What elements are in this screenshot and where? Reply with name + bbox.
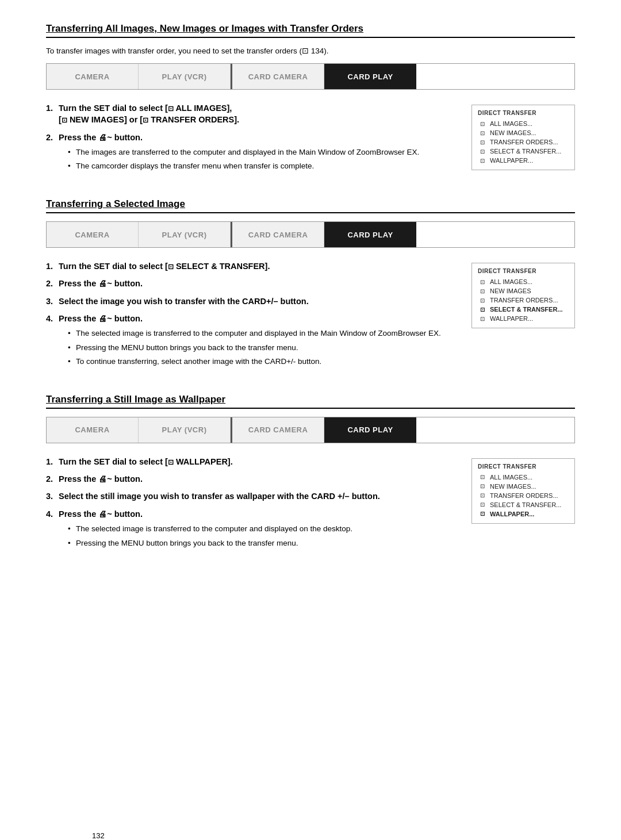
menu-box-2: DIRECT TRANSFER ⊡ ALL IMAGES... ⊡ NEW IM… — [471, 263, 575, 328]
step-3-1: Turn the SET dial to select [⊡ WALLPAPER… — [46, 456, 454, 467]
menu-item-select-transfer-1: ⊡ SELECT & TRANSFER... — [478, 147, 569, 156]
mode-bar-2: CAMERA PLAY (VCR) CARD CAMERA CARD PLAY — [46, 221, 575, 248]
tab-camera-3: CAMERA — [47, 417, 139, 443]
menu-item-wallpaper-3: ⊡ WALLPAPER... — [478, 509, 569, 519]
step-2-4: Press the 🖨~ button. The selected image … — [46, 313, 454, 367]
tab-play-vcr-1: PLAY (VCR) — [139, 64, 231, 89]
menu-title-1: DIRECT TRANSFER — [478, 110, 569, 116]
tab-card-play-3: CARD PLAY — [324, 417, 416, 443]
step-2-3: Select the image you wish to transfer wi… — [46, 296, 454, 307]
tab-card-play-2: CARD PLAY — [324, 222, 416, 247]
menu-box-1: DIRECT TRANSFER ⊡ ALL IMAGES... ⊡ NEW IM… — [471, 105, 575, 170]
menu-item-wallpaper-1: ⊡ WALLPAPER... — [478, 156, 569, 165]
tab-card-camera-1: CARD CAMERA — [232, 64, 324, 89]
bullet-2-4-2: Pressing the MENU button brings you back… — [68, 342, 454, 354]
bullet-3-4-1: The selected image is transferred to the… — [68, 523, 454, 535]
menu-item-all-images-3: ⊡ ALL IMAGES... — [478, 473, 569, 482]
steps-3: Turn the SET dial to select [⊡ WALLPAPER… — [46, 456, 454, 554]
menu-item-new-images-2: ⊡ NEW IMAGES — [478, 286, 569, 296]
tab-camera-1: CAMERA — [47, 64, 139, 89]
section-all-images: Transferring All Images, New Images or I… — [46, 23, 575, 178]
menu-item-select-transfer-3: ⊡ SELECT & TRANSFER... — [478, 500, 569, 509]
section-title-wallpaper: Transferring a Still Image as Wallpaper — [46, 394, 575, 409]
bullet-2-4-1: The selected image is transferred to the… — [68, 328, 454, 339]
step-2-2: Press the 🖨~ button. — [46, 278, 454, 289]
step-3-3: Select the still image you wish to trans… — [46, 490, 454, 502]
menu-item-select-transfer-2: ⊡ SELECT & TRANSFER... — [478, 305, 569, 314]
menu-title-3: DIRECT TRANSFER — [478, 463, 569, 470]
section-intro: To transfer images with transfer order, … — [46, 46, 575, 55]
section-wallpaper: Transferring a Still Image as Wallpaper … — [46, 394, 575, 554]
tab-card-play-1: CARD PLAY — [324, 64, 416, 89]
tab-card-camera-3: CARD CAMERA — [232, 417, 324, 443]
step-1-2: Press the 🖨~ button. The images are tran… — [46, 132, 454, 172]
instructions-2: Turn the SET dial to select [⊡ SELECT & … — [46, 260, 575, 373]
bullet-1-2-2: The camcorder displays the transfer menu… — [68, 160, 454, 172]
instructions-3: Turn the SET dial to select [⊡ WALLPAPER… — [46, 456, 575, 554]
step-1-1: Turn the SET dial to select [⊡ ALL IMAGE… — [46, 102, 454, 126]
menu-box-3: DIRECT TRANSFER ⊡ ALL IMAGES... ⊡ NEW IM… — [471, 458, 575, 524]
page-number: 132 — [92, 831, 105, 840]
step-3-4: Press the 🖨~ button. The selected image … — [46, 508, 454, 549]
menu-item-all-images-1: ⊡ ALL IMAGES... — [478, 119, 569, 128]
menu-item-new-images-3: ⊡ NEW IMAGES... — [478, 482, 569, 491]
menu-item-transfer-orders-1: ⊡ TRANSFER ORDERS... — [478, 137, 569, 147]
menu-item-wallpaper-2: ⊡ WALLPAPER... — [478, 314, 569, 323]
tab-card-camera-2: CARD CAMERA — [232, 222, 324, 247]
bullet-2-4-3: To continue transferring, select another… — [68, 356, 454, 367]
bullet-3-4-2: Pressing the MENU button brings you back… — [68, 538, 454, 549]
page-wrapper: Transferring All Images, New Images or I… — [46, 23, 575, 840]
menu-item-all-images-2: ⊡ ALL IMAGES... — [478, 277, 569, 286]
steps-2: Turn the SET dial to select [⊡ SELECT & … — [46, 260, 454, 373]
menu-item-transfer-orders-2: ⊡ TRANSFER ORDERS... — [478, 296, 569, 305]
tab-camera-2: CAMERA — [47, 222, 139, 247]
step-3-2: Press the 🖨~ button. — [46, 473, 454, 485]
section-title-selected: Transferring a Selected Image — [46, 198, 575, 213]
mode-bar-1: CAMERA PLAY (VCR) CARD CAMERA CARD PLAY — [46, 63, 575, 90]
bullet-1-2-1: The images are transferred to the comput… — [68, 147, 454, 158]
tab-play-vcr-3: PLAY (VCR) — [139, 417, 231, 443]
instructions-1: Turn the SET dial to select [⊡ ALL IMAGE… — [46, 102, 575, 178]
menu-item-transfer-orders-3: ⊡ TRANSFER ORDERS... — [478, 491, 569, 500]
steps-1: Turn the SET dial to select [⊡ ALL IMAGE… — [46, 102, 454, 178]
section-title-all-images: Transferring All Images, New Images or I… — [46, 23, 575, 38]
step-2-1: Turn the SET dial to select [⊡ SELECT & … — [46, 260, 454, 272]
tab-play-vcr-2: PLAY (VCR) — [139, 222, 231, 247]
menu-title-2: DIRECT TRANSFER — [478, 268, 569, 274]
mode-bar-3: CAMERA PLAY (VCR) CARD CAMERA CARD PLAY — [46, 417, 575, 443]
menu-item-new-images-1: ⊡ NEW IMAGES... — [478, 128, 569, 137]
section-selected-image: Transferring a Selected Image CAMERA PLA… — [46, 198, 575, 373]
